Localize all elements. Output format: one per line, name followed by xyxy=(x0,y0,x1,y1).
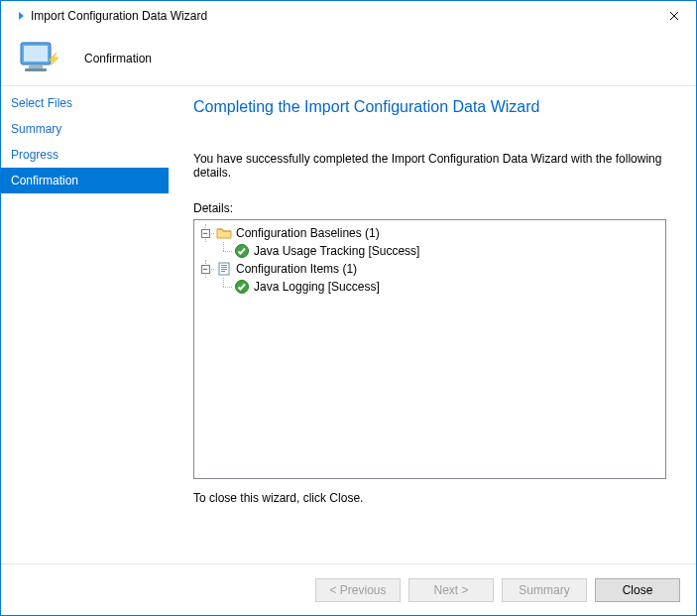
wizard-header: Confirmation xyxy=(1,31,696,86)
main-panel: Completing the Import Configuration Data… xyxy=(170,86,696,563)
tree-leaf-java-usage-tracking[interactable]: Java Usage Tracking [Success] xyxy=(196,242,663,260)
window-close-button[interactable] xyxy=(651,1,696,30)
previous-button: < Previous xyxy=(315,578,401,602)
sidebar-item-summary[interactable]: Summary xyxy=(1,116,169,142)
svg-rect-3 xyxy=(25,68,47,71)
sidebar-item-select-files[interactable]: Select Files xyxy=(1,90,169,116)
page-title: Completing the Import Configuration Data… xyxy=(193,98,666,116)
tree-leaf-label: Java Logging [Success] xyxy=(254,280,380,294)
svg-rect-6 xyxy=(221,265,227,266)
sheet-icon xyxy=(216,261,232,277)
app-arrow-icon xyxy=(9,8,25,24)
intro-text: You have successfully completed the Impo… xyxy=(193,152,666,180)
tree-node-label: Configuration Items (1) xyxy=(236,262,357,276)
tree-node-label: Configuration Baselines (1) xyxy=(236,226,380,240)
window-title: Import Configuration Data Wizard xyxy=(31,9,651,23)
close-button[interactable]: Close xyxy=(595,578,680,602)
summary-button: Summary xyxy=(502,578,587,602)
step-sidebar: Select Files Summary Progress Confirmati… xyxy=(1,86,170,563)
folder-icon xyxy=(216,225,232,241)
titlebar: Import Configuration Data Wizard xyxy=(1,1,696,31)
success-icon xyxy=(234,279,250,295)
tree-leaf-label: Java Usage Tracking [Success] xyxy=(254,244,419,258)
success-icon xyxy=(234,243,250,259)
details-label: Details: xyxy=(193,201,666,215)
svg-rect-7 xyxy=(221,267,227,268)
svg-rect-1 xyxy=(24,46,48,62)
tree-node-items[interactable]: − Configuration Items (1) xyxy=(196,260,663,278)
close-hint: To close this wizard, click Close. xyxy=(193,491,666,505)
sidebar-item-progress[interactable]: Progress xyxy=(1,142,169,168)
sidebar-item-confirmation[interactable]: Confirmation xyxy=(1,168,169,193)
details-tree[interactable]: − Configuration Baselines (1) xyxy=(193,219,666,479)
tree-node-baselines[interactable]: − Configuration Baselines (1) xyxy=(196,224,663,242)
svg-rect-9 xyxy=(221,271,225,272)
svg-rect-2 xyxy=(29,64,43,68)
svg-rect-8 xyxy=(221,269,227,270)
header-title: Confirmation xyxy=(84,52,152,65)
next-button: Next > xyxy=(408,578,494,602)
footer: < Previous Next > Summary Close xyxy=(1,563,696,615)
wizard-window: Import Configuration Data Wizard Confirm… xyxy=(0,0,697,616)
wizard-body: Select Files Summary Progress Confirmati… xyxy=(1,86,696,563)
computer-icon xyxy=(15,35,62,82)
tree-leaf-java-logging[interactable]: Java Logging [Success] xyxy=(196,278,663,296)
